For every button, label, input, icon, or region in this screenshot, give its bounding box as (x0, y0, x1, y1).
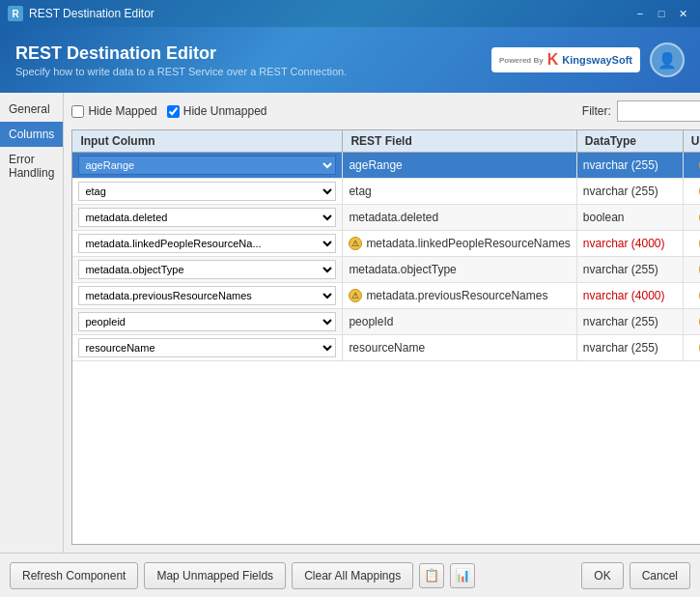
rest-field-value-7: resourceName (349, 341, 425, 355)
input-col-cell: metadata.objectType (72, 257, 343, 282)
datatype-cell: nvarchar (255) (577, 309, 684, 334)
input-col-cell: metadata.linkedPeopleResourceNa... (72, 231, 343, 256)
logo-k: K (547, 51, 559, 69)
filter-input[interactable] (617, 100, 700, 122)
logo-brand: KingswaySoft (562, 54, 632, 66)
input-col-select-2[interactable]: metadata.deleted (78, 208, 336, 227)
input-col-cell: etag (72, 179, 343, 204)
sidebar-item-columns[interactable]: Columns (0, 122, 63, 147)
unmap-cell (684, 205, 700, 230)
hide-mapped-checkbox-label[interactable]: Hide Mapped (71, 104, 156, 118)
map-unmapped-button[interactable]: Map Unmapped Fields (144, 562, 286, 589)
rest-field-value-5: metadata.previousResourceNames (366, 289, 547, 302)
sidebar-item-error-handling[interactable]: Error Handling (0, 147, 63, 185)
unmap-cell (684, 257, 700, 282)
unmap-cell (684, 179, 700, 204)
icon-button-2[interactable]: 📊 (450, 563, 475, 588)
unmap-cell (684, 309, 700, 334)
col-header-unmap: Unmap (684, 130, 700, 152)
datatype-cell: boolean (577, 205, 684, 230)
header-subtitle: Specify how to write data to a REST Serv… (15, 66, 347, 77)
table-row[interactable]: metadata.linkedPeopleResourceNa... ⚠ met… (72, 231, 700, 257)
datatype-value-0: nvarchar (255) (583, 158, 658, 172)
datatype-cell: nvarchar (4000) (577, 231, 684, 256)
unmap-cell (684, 283, 700, 308)
user-avatar[interactable]: 👤 (650, 43, 685, 77)
warning-icon-3: ⚠ (349, 237, 362, 250)
datatype-cell: nvarchar (255) (577, 257, 684, 282)
sidebar: General Columns Error Handling (0, 93, 64, 553)
input-col-select-1[interactable]: etag (78, 182, 336, 201)
input-col-select-3[interactable]: metadata.linkedPeopleResourceNa... (78, 234, 336, 253)
datatype-cell: nvarchar (255) (577, 335, 684, 360)
datatype-value-7: nvarchar (255) (583, 341, 658, 355)
rest-col-cell: ageRange (343, 153, 576, 178)
datatype-cell: nvarchar (4000) (577, 283, 684, 308)
clear-all-mappings-button[interactable]: Clear All Mappings (292, 562, 413, 589)
hide-unmapped-checkbox-label[interactable]: Hide Unmapped (167, 104, 267, 118)
input-col-cell: ageRange (72, 153, 343, 178)
rest-col-cell: metadata.objectType (343, 257, 576, 282)
title-bar: R REST Destination Editor − □ ✕ (0, 0, 700, 27)
datatype-value-5: nvarchar (4000) (583, 289, 665, 302)
rest-field-value-3: metadata.linkedPeopleResourceNames (366, 237, 570, 250)
datatype-value-3: nvarchar (4000) (583, 237, 665, 250)
hide-mapped-checkbox[interactable] (71, 105, 84, 118)
col-header-datatype: DataType (577, 130, 684, 152)
sidebar-item-general[interactable]: General (0, 97, 63, 122)
icon-button-1[interactable]: 📋 (419, 563, 444, 588)
hide-unmapped-checkbox[interactable] (167, 105, 180, 118)
rest-field-value-0: ageRange (349, 158, 402, 172)
rest-col-cell: ⚠ metadata.linkedPeopleResourceNames (343, 231, 576, 256)
input-col-select-5[interactable]: metadata.previousResourceNames (78, 286, 336, 305)
table-row[interactable]: metadata.previousResourceNames ⚠ metadat… (72, 283, 700, 309)
main-content: General Columns Error Handling Hide Mapp… (0, 93, 700, 553)
hide-unmapped-label: Hide Unmapped (183, 104, 267, 118)
input-col-cell: resourceName (72, 335, 343, 360)
filter-label: Filter: (582, 104, 611, 118)
header-section: REST Destination Editor Specify how to w… (0, 27, 700, 93)
filter-section: Filter: (582, 100, 700, 122)
refresh-component-button[interactable]: Refresh Component (10, 562, 138, 589)
rest-col-cell: etag (343, 179, 576, 204)
table-row[interactable]: ageRange ageRange nvarchar (255) (72, 153, 700, 179)
header-title: REST Destination Editor (15, 43, 347, 64)
maximize-button[interactable]: □ (652, 4, 671, 23)
import-icon: 📋 (424, 568, 439, 583)
table-row[interactable]: peopleid peopleId nvarchar (255) (72, 309, 700, 335)
rest-col-cell: ⚠ metadata.previousResourceNames (343, 283, 576, 308)
cancel-button[interactable]: Cancel (630, 562, 690, 589)
header-text: REST Destination Editor Specify how to w… (15, 43, 347, 77)
table-row[interactable]: etag etag nvarchar (255) (72, 179, 700, 205)
table-row[interactable]: resourceName resourceName nvarchar (255) (72, 335, 700, 361)
unmap-cell (684, 153, 700, 178)
input-col-cell: metadata.previousResourceNames (72, 283, 343, 308)
datatype-value-4: nvarchar (255) (583, 263, 658, 276)
table-header: Input Column REST Field DataType Unmap (72, 130, 700, 153)
datatype-value-6: nvarchar (255) (583, 315, 658, 328)
footer: Refresh Component Map Unmapped Fields Cl… (0, 553, 700, 597)
toolbar: Hide Mapped Hide Unmapped Filter: (71, 100, 700, 122)
export-icon: 📊 (455, 568, 470, 583)
ok-button[interactable]: OK (581, 562, 623, 589)
datatype-cell: nvarchar (255) (577, 179, 684, 204)
input-col-cell: metadata.deleted (72, 205, 343, 230)
datatype-value-2: boolean (583, 211, 625, 224)
hide-mapped-label: Hide Mapped (88, 104, 156, 118)
unmap-cell (684, 231, 700, 256)
input-col-select-0[interactable]: ageRange (78, 156, 336, 175)
table-row[interactable]: metadata.objectType metadata.objectType … (72, 257, 700, 283)
content-area: Hide Mapped Hide Unmapped Filter: Input … (64, 93, 700, 553)
input-col-select-4[interactable]: metadata.objectType (78, 260, 336, 279)
table-row[interactable]: metadata.deleted metadata.deleted boolea… (72, 205, 700, 231)
rest-field-value-4: metadata.objectType (349, 263, 456, 276)
input-col-select-7[interactable]: resourceName (78, 338, 336, 357)
minimize-button[interactable]: − (630, 4, 650, 23)
app-icon: R (8, 6, 23, 21)
rest-col-cell: peopleId (343, 309, 576, 334)
title-bar-text: REST Destination Editor (29, 7, 154, 20)
input-col-select-6[interactable]: peopleid (78, 312, 336, 331)
close-button[interactable]: ✕ (673, 4, 692, 23)
datatype-value-1: nvarchar (255) (583, 185, 658, 198)
unmap-cell (684, 335, 700, 360)
